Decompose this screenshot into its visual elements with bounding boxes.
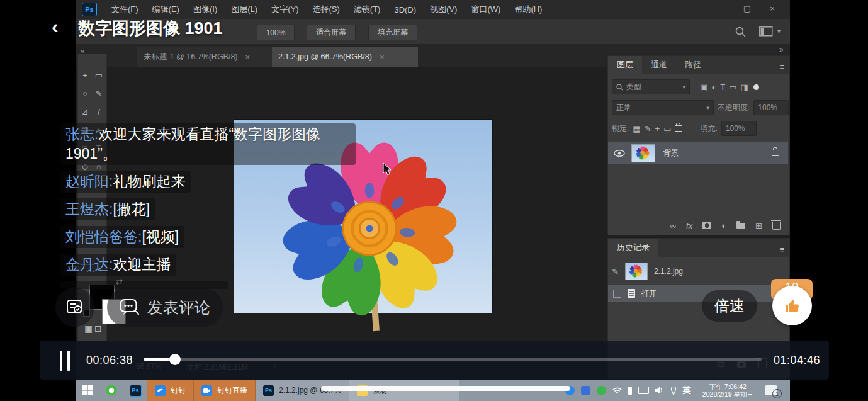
playback-speed-button[interactable]: 倍速 xyxy=(702,290,757,322)
chat-message: 刘恺怡爸爸:[视频] xyxy=(60,226,184,248)
ps-menu-select: 选择(S) xyxy=(305,4,346,15)
eyedropper-tool-icon: / xyxy=(98,107,100,116)
history-snapshot-name: 2.1.2.jpg xyxy=(654,267,683,276)
layer-thumbnail xyxy=(631,144,655,162)
marquee-tool-icon: ▭ xyxy=(95,71,103,80)
tray-green-app-icon xyxy=(597,386,606,395)
ime-indicator: 英 xyxy=(683,385,691,396)
lock-move-icon: + xyxy=(655,124,660,133)
comment-placeholder: 发表评论 xyxy=(147,297,210,318)
chat-username: 张志: xyxy=(65,126,98,142)
new-adjustment-icon: ◐ xyxy=(721,221,726,230)
ps-menu-help: 帮助(H) xyxy=(507,4,549,15)
action-center-icon: 1 xyxy=(765,385,777,395)
fit-screen-button: 适合屏幕 xyxy=(307,25,356,40)
taskbar-item-label: 钉钉直播 xyxy=(217,385,247,396)
taskbar-item-dingtalk: 钉钉 xyxy=(147,380,194,401)
taskbar-clock: 下午 7:06:42 2020/2/19 星期三 xyxy=(697,383,758,398)
pause-icon[interactable] xyxy=(60,351,62,371)
cursor-icon xyxy=(382,162,392,176)
chat-text: 礼物刷起来 xyxy=(113,173,185,189)
photoshop-taskbar-icon: Ps xyxy=(123,380,147,401)
quick-mask-icon: ▣ xyxy=(84,324,93,334)
filter-type-icon: T xyxy=(720,82,725,92)
layer-styles-icon: fx xyxy=(686,221,692,230)
current-time: 00:06:38 xyxy=(86,354,133,367)
blend-mode-value: 正常 xyxy=(616,103,631,113)
phone-screen: Ps 文件(F) 编辑(E) 图像(I) 图层(L) 文字(Y) 选择(S) 滤… xyxy=(0,0,868,401)
collapse-panels-icon: » xyxy=(779,45,784,54)
layer-thumbnail-flower xyxy=(632,145,653,161)
chevron-down-icon: ▾ xyxy=(682,84,685,90)
ps-menu-type: 文字(Y) xyxy=(264,4,305,15)
chevron-down-icon: ▾ xyxy=(706,104,709,111)
pause-icon[interactable] xyxy=(67,351,70,371)
history-step-open: 打开 xyxy=(608,285,788,302)
live-title: 数字图形图像 1901 xyxy=(78,17,223,40)
ps-menu-window: 窗口(W) xyxy=(464,4,507,15)
windows-logo-icon xyxy=(82,385,93,395)
ps-menu-file: 文件(F) xyxy=(104,4,145,15)
layer-filter-type-select: 类型 ▾ xyxy=(612,79,690,94)
filter-adjustment-icon: ◐ xyxy=(711,82,716,92)
lock-artboard-icon: ▭ xyxy=(663,124,671,133)
chat-text: 欢迎大家来观看直播“数字图形图像 1901”。 xyxy=(65,126,320,162)
filter-smartobject-icon: ◨ xyxy=(740,82,748,92)
comment-input-button[interactable]: 发表评论 xyxy=(107,288,223,327)
search-icon xyxy=(735,26,746,37)
chat-text: [撒花] xyxy=(113,201,150,217)
lock-label: 锁定: xyxy=(612,123,629,134)
clock-time: 下午 7:06:42 xyxy=(702,383,753,390)
history-snapshot-thumbnail xyxy=(625,263,648,280)
search-icon xyxy=(616,84,623,91)
tray-app-icon xyxy=(581,386,590,395)
pin-icon xyxy=(670,387,677,395)
tab-label: 2.1.2.jpg @ 66.7%(RGB/8) xyxy=(278,52,372,61)
screen-mode-icon: ⊡ xyxy=(94,324,102,334)
tab-history: 历史记录 xyxy=(608,239,658,257)
tab-label: 未标题-1 @ 16.7%(RGB/8) xyxy=(144,52,238,62)
like-button[interactable] xyxy=(772,286,812,325)
history-checkbox xyxy=(613,290,621,298)
opacity-label: 不透明度: xyxy=(718,103,750,113)
ps-menu-view: 视图(V) xyxy=(423,4,464,15)
panel-menu-icon: ≡ xyxy=(779,245,784,254)
ps-menu-edit: 编辑(E) xyxy=(145,4,186,15)
ps-menu-filter: 滤镜(T) xyxy=(347,4,388,15)
layer-locked-icon xyxy=(772,150,779,156)
layer-row-background: 背景 xyxy=(608,142,788,164)
chat-username: 王煜杰: xyxy=(65,201,113,217)
start-button xyxy=(76,380,99,401)
tab-channels: 通道 xyxy=(642,56,676,74)
progress-thumb[interactable] xyxy=(169,354,181,365)
restore-icon: ▢ xyxy=(735,0,760,18)
chevron-down-icon: ▾ xyxy=(777,28,781,35)
opacity-input: 100% xyxy=(753,100,789,115)
layer-name: 背景 xyxy=(663,147,679,159)
lock-paint-icon: ✎ xyxy=(645,124,651,133)
chat-message: 金丹达:欢迎主播 xyxy=(60,254,176,276)
tab-close-icon: × xyxy=(380,52,385,62)
link-layers-icon: ∞ xyxy=(670,221,676,230)
tasks-button[interactable] xyxy=(55,288,94,327)
workspace-icon xyxy=(759,26,773,37)
history-thumbnail-flower xyxy=(626,263,646,279)
home-indicator[interactable] xyxy=(321,386,570,391)
chat-text: [视频] xyxy=(142,229,179,245)
chat-username: 金丹达: xyxy=(65,256,113,273)
filter-type-label: 类型 xyxy=(626,82,641,93)
clock-date: 2020/2/19 星期三 xyxy=(702,390,753,398)
chat-username: 刘恺怡爸爸: xyxy=(65,229,142,245)
filter-shape-icon: ▭ xyxy=(729,82,736,92)
opacity-value: 100% xyxy=(758,103,777,112)
chat-message: 张志:欢迎大家来观看直播“数字图形图像 1901”。 xyxy=(60,123,356,165)
minimize-icon: — xyxy=(709,0,735,18)
back-icon[interactable]: ‹ xyxy=(52,15,59,38)
total-duration: 01:04:46 xyxy=(774,354,820,367)
ps-menu-3d: 3D(D) xyxy=(387,5,423,14)
comment-bubble-icon xyxy=(120,298,140,316)
lasso-tool-icon: ○ xyxy=(82,89,87,98)
progress-bar[interactable] xyxy=(144,358,762,361)
ps-layers-panel: 图层 通道 路径 ≡ 类型 ▾ ▣ ◐ T ▭ ◨ xyxy=(607,55,790,235)
visibility-eye-icon xyxy=(614,150,625,157)
